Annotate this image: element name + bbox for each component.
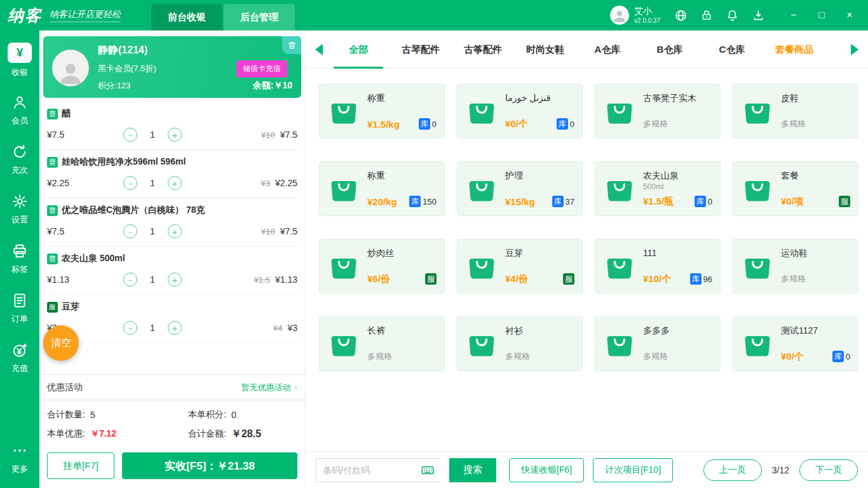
lock-icon[interactable] — [700, 9, 713, 22]
sidebar-item-member[interactable]: 会员 — [0, 85, 39, 135]
user-account[interactable]: 艾小 v2.0.0.37 — [610, 6, 660, 25]
cart-item-name: 娃哈哈饮用纯净水596ml 596ml — [62, 156, 186, 168]
product-card[interactable]: 111¥10/个库96 — [595, 239, 721, 294]
product-bag-icon — [742, 329, 773, 359]
more-icon — [11, 442, 28, 459]
category-tab[interactable]: C仓库 — [701, 30, 763, 69]
maximize-window-icon[interactable]: □ — [816, 10, 827, 20]
category-tab[interactable]: 套餐商品 — [763, 30, 825, 69]
category-tab[interactable]: B仓库 — [639, 30, 701, 69]
decrease-qty-button[interactable]: - — [123, 321, 137, 335]
product-card[interactable]: 测试1127¥0/个库0 — [733, 316, 858, 371]
category-tab[interactable]: 古琴配件 — [390, 30, 452, 69]
product-card[interactable]: 皮鞋多规格 — [733, 84, 858, 139]
sidebar-item-cashier[interactable]: ¥收银 — [0, 36, 39, 85]
prev-category-arrow-icon[interactable] — [311, 44, 327, 55]
sidebar-item-recharge[interactable]: 充值 — [0, 333, 39, 383]
stock-count: 0 — [846, 352, 850, 362]
sidebar-item-more[interactable]: 更多 — [0, 433, 39, 483]
sidebar-item-orders[interactable]: 订单 — [0, 283, 39, 333]
product-bag-icon — [466, 173, 497, 204]
stored-card-recharge-button[interactable]: 储值卡充值 — [236, 60, 287, 78]
settings-icon — [11, 193, 28, 210]
recharge-icon — [11, 341, 28, 359]
sidebar-item-recharge-times[interactable]: 充次 — [0, 135, 39, 184]
increase-qty-button[interactable]: + — [168, 273, 182, 287]
keyboard-icon[interactable] — [421, 463, 435, 477]
product-card[interactable]: 古筝凳子实木多规格 — [595, 84, 721, 139]
product-name: 古筝凳子实木 — [643, 93, 696, 103]
category-tab[interactable]: 全部 — [327, 30, 390, 69]
increase-qty-button[interactable]: + — [168, 176, 182, 190]
product-card[interactable]: 豆芽¥4/份服 — [457, 239, 583, 294]
download-icon[interactable] — [752, 9, 765, 22]
product-card[interactable]: 炒肉丝¥6/份服 — [319, 239, 445, 294]
cart-item: 普娃哈哈饮用纯净水596ml 596ml¥2.25-1+¥3¥2.25 — [46, 150, 299, 198]
stock-badge: 库 — [419, 118, 430, 130]
browser-icon[interactable] — [674, 9, 688, 22]
next-page-button[interactable]: 下一页 — [799, 459, 858, 481]
sidebar-item-label-print[interactable]: 标签 — [0, 234, 39, 283]
count-item-button[interactable]: 计次项目[F10] — [593, 458, 673, 482]
order-points: 本单积分:0 — [188, 409, 297, 421]
product-card[interactable]: 称重¥1.5/kg库0 — [319, 84, 445, 139]
sidebar-item-settings[interactable]: 设置 — [0, 184, 39, 234]
top-tab-admin[interactable]: 后台管理 — [224, 4, 295, 30]
member-points: 积分:123 — [98, 80, 130, 92]
search-button[interactable]: 搜索 — [449, 458, 496, 482]
decrease-qty-button[interactable]: - — [123, 224, 137, 238]
app-slogan: 纳客让开店更轻松 — [50, 9, 121, 22]
product-card[interactable]: 套餐¥0/项服 — [733, 161, 858, 216]
stock-count: 0 — [432, 119, 437, 129]
service-badge: 服 — [839, 196, 850, 207]
close-window-icon[interactable]: × — [844, 10, 855, 20]
member-icon — [11, 93, 28, 111]
increase-qty-button[interactable]: + — [168, 128, 182, 142]
brand-area: 纳客 纳客让开店更轻松 — [0, 5, 151, 26]
category-tab[interactable]: 时尚女鞋 — [514, 30, 576, 69]
cart-item-qty: 1 — [150, 323, 155, 333]
product-card[interactable]: 长裤多规格 — [319, 316, 445, 371]
original-price: ¥10 — [261, 130, 275, 140]
checkout-button[interactable]: 实收[F5]：￥21.38 — [122, 452, 297, 479]
discounted-price: ¥7.5 — [280, 130, 297, 140]
category-tab[interactable]: A仓库 — [576, 30, 639, 69]
minimize-window-icon[interactable]: − — [788, 10, 799, 20]
quick-checkout-button[interactable]: 快速收银[F6] — [509, 458, 584, 482]
product-card[interactable]: 运动鞋多规格 — [733, 239, 858, 294]
top-tab-cashier[interactable]: 前台收银 — [151, 4, 222, 30]
cart-panel: 静静(1214) 黑卡会员(7.5折) 储值卡充值 积分:123 余额:￥10 … — [39, 30, 306, 488]
product-name: 皮鞋 — [781, 93, 799, 103]
product-name: 称重 — [367, 93, 385, 103]
product-name: 多多多 — [643, 325, 670, 336]
decrease-qty-button[interactable]: - — [123, 128, 137, 142]
increase-qty-button[interactable]: + — [168, 321, 182, 335]
product-card[interactable]: 农夫山泉500ml¥1.5/瓶库0 — [595, 161, 721, 216]
barcode-search — [316, 458, 440, 482]
prev-page-button[interactable]: 上一页 — [703, 459, 762, 481]
product-price: ¥4/份 — [505, 273, 528, 285]
product-card[interactable]: 多多多多规格 — [595, 316, 721, 371]
bell-icon[interactable] — [726, 9, 739, 22]
category-tab[interactable]: 古筝配件 — [452, 30, 514, 69]
product-spec: 多规格 — [643, 351, 668, 362]
category-tabs: 全部古琴配件古筝配件时尚女鞋A仓库B仓库C仓库套餐商品 — [327, 30, 825, 69]
sidebar-item-label: 订单 — [11, 313, 28, 325]
hold-order-button[interactable]: 挂单[F7] — [47, 452, 114, 479]
item-type-badge: 普 — [47, 205, 58, 216]
decrease-qty-button[interactable]: - — [123, 273, 137, 287]
product-card[interactable]: 护理¥15/kg库37 — [457, 161, 583, 216]
remove-member-trash-icon[interactable] — [282, 36, 301, 54]
cart-item: 普醋¥7.5-1+¥10¥7.5 — [46, 102, 299, 150]
recharge-times-icon — [11, 143, 28, 161]
product-card[interactable]: قىزىل خورما¥0/个库0 — [457, 84, 583, 139]
product-card[interactable]: 衬衫多规格 — [457, 316, 583, 371]
promo-row[interactable]: 优惠活动 暂无优惠活动 › — [39, 374, 305, 400]
product-card[interactable]: 称重¥20/kg库150 — [319, 161, 445, 216]
increase-qty-button[interactable]: + — [168, 224, 182, 238]
decrease-qty-button[interactable]: - — [123, 176, 137, 190]
pagination: 上一页 3/12 下一页 — [703, 459, 858, 481]
clear-cart-button[interactable]: 清空 — [43, 325, 79, 361]
item-type-badge: 服 — [47, 302, 58, 313]
next-category-arrow-icon[interactable] — [846, 44, 863, 55]
